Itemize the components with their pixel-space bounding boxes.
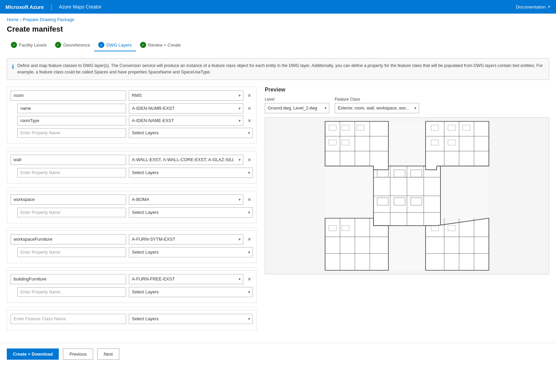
prop-layers-empty-buildingfurniture[interactable]: Select Layers bbox=[129, 287, 253, 297]
prop-layers-roomtype[interactable]: A-IDEN-NAME-EXST bbox=[129, 116, 243, 126]
prop-name-input-empty-workspacefurniture[interactable] bbox=[17, 248, 126, 257]
fc-name-buildingfurniture[interactable] bbox=[11, 274, 126, 284]
fc-layers-wrap-workspace: A-BOMA ▾ bbox=[129, 194, 243, 205]
prop-name-input-empty-wall[interactable] bbox=[17, 168, 126, 177]
remove-workspacefurniture-button[interactable]: ✕ bbox=[246, 236, 253, 243]
prop-layers-wrap-empty-workspacefurniture: Select Layers ▾ bbox=[129, 247, 253, 257]
remove-prop-name-button[interactable]: ✕ bbox=[246, 105, 253, 112]
preview-selectors: Level Ground.dwg, Level_2.dwg ▾ Feature … bbox=[265, 97, 549, 113]
fc-header-room: RMS ▾ ✕ bbox=[11, 90, 253, 101]
breadcrumb: Home › Prepare Drawing Package bbox=[0, 14, 556, 23]
prop-name-input-roomtype[interactable] bbox=[17, 116, 126, 125]
remove-workspace-button[interactable]: ✕ bbox=[246, 196, 253, 203]
fc-header-buildingfurniture: A-FURN-FREE-EXST ▾ ✕ bbox=[11, 274, 253, 284]
feature-class-selector-group: Feature Class Exterior, room, wall, work… bbox=[335, 97, 419, 113]
main-layout: RMS ▾ ✕ A-IDEN-NUMR-EXST ▾ ✕ bbox=[0, 87, 556, 335]
remove-wall-button[interactable]: ✕ bbox=[246, 156, 253, 163]
svg-marker-5 bbox=[425, 218, 489, 270]
info-box: ℹ Define and map feature classes to DWG … bbox=[7, 58, 549, 80]
brand-name: Microsoft Azure bbox=[5, 4, 44, 10]
fc-name-workspacefurniture[interactable] bbox=[11, 234, 126, 244]
svg-marker-3 bbox=[425, 121, 489, 169]
product-name: Azure Maps Creator bbox=[59, 4, 101, 10]
next-button[interactable]: Next bbox=[97, 348, 119, 360]
divider-4 bbox=[7, 267, 257, 268]
breadcrumb-home[interactable]: Home bbox=[7, 17, 19, 22]
prop-layers-name[interactable]: A-IDEN-NUMR-EXST bbox=[129, 103, 243, 114]
prop-layers-empty-room[interactable]: Select Layers bbox=[129, 128, 253, 138]
feature-class-select[interactable]: Exterior, room, wall, workspace, wor... bbox=[335, 103, 419, 113]
level-select[interactable]: Ground.dwg, Level_2.dwg bbox=[265, 103, 329, 113]
prop-layers-wrap-roomtype: A-IDEN-NAME-EXST ▾ bbox=[129, 116, 243, 126]
divider-3 bbox=[7, 227, 257, 228]
prop-row-empty-workspace: Select Layers ▾ bbox=[11, 207, 253, 218]
fc-layers-wrap-room: RMS ▾ bbox=[129, 90, 243, 101]
left-panel: RMS ▾ ✕ A-IDEN-NUMR-EXST ▾ ✕ bbox=[7, 87, 257, 335]
fc-section-workspace: A-BOMA ▾ ✕ Select Layers ▾ bbox=[7, 191, 257, 223]
step-label-dwg: DWG Layers bbox=[106, 42, 132, 48]
fc-section-new: Select Layers ▾ bbox=[7, 310, 257, 330]
fc-layers-wrap-new: Select Layers ▾ bbox=[129, 314, 253, 324]
prop-name-input-empty-room[interactable] bbox=[17, 128, 126, 138]
fc-layers-workspacefurniture[interactable]: A-FURN-SYTM-EXST bbox=[129, 234, 243, 244]
prop-name-input-name[interactable] bbox=[17, 104, 126, 113]
step-review-create[interactable]: ✓ Review + Create bbox=[136, 39, 185, 51]
remove-buildingfurniture-button[interactable]: ✕ bbox=[246, 276, 253, 283]
fc-layers-wrap-buildingfurniture: A-FURN-FREE-EXST ▾ bbox=[129, 274, 243, 284]
prop-layers-wrap-empty-buildingfurniture: Select Layers ▾ bbox=[129, 287, 253, 297]
prop-name-input-empty-buildingfurniture[interactable] bbox=[17, 287, 126, 297]
page-title: Create manifest bbox=[0, 23, 556, 39]
prop-layers-empty-workspacefurniture[interactable]: Select Layers bbox=[129, 247, 253, 257]
fc-name-wall[interactable] bbox=[11, 155, 126, 165]
prop-layers-empty-wall[interactable]: Select Layers bbox=[129, 168, 253, 178]
remove-prop-roomtype-button[interactable]: ✕ bbox=[246, 117, 253, 124]
remove-room-button[interactable]: ✕ bbox=[246, 92, 253, 99]
fc-section-workspacefurniture: A-FURN-SYTM-EXST ▾ ✕ Select Layers ▾ bbox=[7, 231, 257, 263]
fc-section-wall: A-WALL-EXST, A-WALL-CORE-EXST, A-GLAZ-SI… bbox=[7, 151, 257, 184]
step-georeference[interactable]: ✓ Georeference bbox=[51, 39, 94, 51]
fc-header-workspace: A-BOMA ▾ ✕ bbox=[11, 194, 253, 205]
prop-row-empty-workspacefurniture: Select Layers ▾ bbox=[11, 247, 253, 257]
prop-layers-empty-workspace[interactable]: Select Layers bbox=[129, 207, 253, 218]
info-text: Define and map feature classes to DWG la… bbox=[17, 63, 544, 75]
preview-title: Preview bbox=[265, 87, 549, 93]
divider-5 bbox=[7, 307, 257, 307]
bottom-bar: Create + Download Previous Next bbox=[0, 343, 556, 365]
step-check-geo: ✓ bbox=[55, 42, 61, 48]
prop-layers-wrap-empty-wall: Select Layers ▾ bbox=[129, 168, 253, 178]
breadcrumb-current[interactable]: Prepare Drawing Package bbox=[23, 17, 74, 22]
prop-row-name: A-IDEN-NUMR-EXST ▾ ✕ bbox=[11, 103, 253, 114]
level-selector-group: Level Ground.dwg, Level_2.dwg ▾ bbox=[265, 97, 329, 113]
prop-row-empty-buildingfurniture: Select Layers ▾ bbox=[11, 287, 253, 297]
svg-marker-4 bbox=[325, 218, 388, 270]
prop-row-empty-room: Select Layers ▾ bbox=[11, 128, 253, 138]
step-label-geo: Georeference bbox=[63, 42, 90, 48]
previous-button[interactable]: Previous bbox=[63, 348, 93, 360]
step-dwg-layers[interactable]: ✓ DWG Layers bbox=[94, 39, 136, 51]
documentation-link[interactable]: Documentation ↗ bbox=[516, 4, 551, 10]
fc-layers-room[interactable]: RMS bbox=[129, 90, 243, 101]
prop-row-empty-wall: Select Layers ▾ bbox=[11, 168, 253, 178]
create-download-button[interactable]: Create + Download bbox=[7, 348, 59, 360]
fc-name-workspace[interactable] bbox=[11, 194, 126, 205]
prop-name-input-empty-workspace[interactable] bbox=[17, 208, 126, 217]
prop-row-roomtype: A-IDEN-NAME-EXST ▾ ✕ bbox=[11, 116, 253, 126]
fc-layers-new[interactable]: Select Layers bbox=[129, 314, 253, 324]
right-panel: Preview Level Ground.dwg, Level_2.dwg ▾ … bbox=[265, 87, 549, 335]
step-check-facility: ✓ bbox=[11, 42, 17, 48]
steps-container: ✓ Facility Levels ✓ Georeference ✓ DWG L… bbox=[0, 39, 556, 58]
feature-class-select-wrap: Exterior, room, wall, workspace, wor... … bbox=[335, 103, 419, 113]
fc-layers-buildingfurniture[interactable]: A-FURN-FREE-EXST bbox=[129, 274, 243, 284]
fc-layers-wall[interactable]: A-WALL-EXST, A-WALL-CORE-EXST, A-GLAZ-SI… bbox=[129, 155, 243, 165]
fc-name-new[interactable] bbox=[11, 314, 126, 324]
fc-header-wall: A-WALL-EXST, A-WALL-CORE-EXST, A-GLAZ-SI… bbox=[11, 155, 253, 165]
step-facility-levels[interactable]: ✓ Facility Levels bbox=[7, 39, 51, 51]
prop-layers-wrap-name: A-IDEN-NUMR-EXST ▾ bbox=[129, 103, 243, 114]
fc-layers-wrap-wall: A-WALL-EXST, A-WALL-CORE-EXST, A-GLAZ-SI… bbox=[129, 155, 243, 165]
fc-name-room[interactable] bbox=[11, 90, 126, 101]
fc-layers-wrap-workspacefurniture: A-FURN-SYTM-EXST ▾ bbox=[129, 234, 243, 244]
level-select-wrap: Ground.dwg, Level_2.dwg ▾ bbox=[265, 103, 329, 113]
fc-layers-workspace[interactable]: A-BOMA bbox=[129, 194, 243, 205]
step-label-review: Review + Create bbox=[148, 42, 181, 48]
divider-2 bbox=[7, 188, 257, 188]
